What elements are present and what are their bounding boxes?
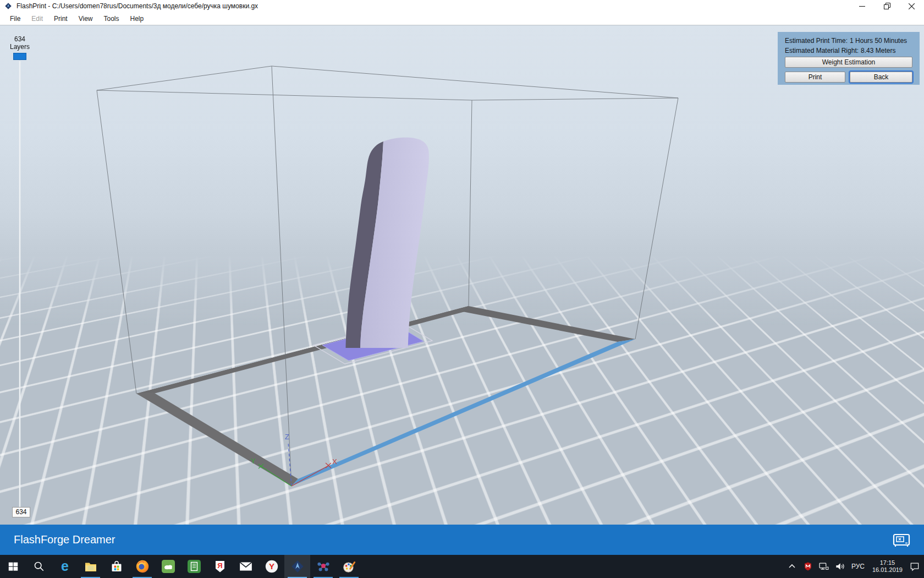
tray-chevron-up-icon[interactable] <box>786 560 798 572</box>
z-axis-label: Z <box>285 433 289 441</box>
taskbar-firefox-icon[interactable] <box>129 555 155 578</box>
menu-bar: File Edit Print View Tools Help <box>0 12 924 25</box>
weight-estimation-button[interactable]: Weight Estimation <box>785 57 912 68</box>
restore-button[interactable] <box>875 0 899 12</box>
taskbar-file-explorer-icon[interactable] <box>78 555 103 578</box>
print-time-label: Estimated Print Time: <box>785 37 848 45</box>
material-label: Estimated Material Right: <box>785 47 859 54</box>
yandex-icon: Я <box>213 560 227 573</box>
y-axis-label: Y <box>251 457 256 465</box>
window-title: FlashPrint - C:/Users/domen78rus/Documen… <box>16 2 258 10</box>
flashprint-window: FlashPrint - C:/Users/domen78rus/Documen… <box>0 0 924 578</box>
taskbar-search-button[interactable] <box>26 555 52 578</box>
menu-edit: Edit <box>26 13 48 25</box>
tray-time: 17:15 <box>872 559 903 566</box>
mail-icon <box>239 559 253 574</box>
close-button[interactable] <box>899 0 924 12</box>
tray-antivirus-icon[interactable] <box>802 560 814 572</box>
tray-date: 16.01.2019 <box>872 566 903 574</box>
store-icon <box>110 560 123 573</box>
print-info-panel: Estimated Print Time:1 Hours 50 Minutes … <box>778 32 920 85</box>
print-time-value: 1 Hours 50 Minutes <box>850 37 907 45</box>
taskbar-cloud-app-icon[interactable] <box>155 555 181 578</box>
material-value: 8.43 Meters <box>861 47 895 54</box>
menu-print[interactable]: Print <box>48 13 73 25</box>
x-axis-label: X <box>332 457 337 466</box>
layers-caption: 634 Layers <box>6 35 34 51</box>
layer-current-value: 634 <box>12 507 30 517</box>
windows-taskbar: e <box>0 555 924 578</box>
taskbar-yandex-icon[interactable]: Я <box>207 555 233 578</box>
model-handle[interactable] <box>346 138 429 348</box>
tray-volume-icon[interactable] <box>834 560 846 572</box>
folder-icon <box>84 560 97 573</box>
svg-text:Y: Y <box>268 561 274 571</box>
layer-slider-handle[interactable] <box>13 53 26 60</box>
svg-text:e: e <box>61 559 69 574</box>
tray-language-indicator[interactable]: РУС <box>850 563 866 570</box>
menu-help[interactable]: Help <box>125 13 150 25</box>
tray-action-center-icon[interactable] <box>909 560 921 572</box>
taskbar-book-app-icon[interactable] <box>181 555 207 578</box>
taskbar-store-icon[interactable] <box>103 555 129 578</box>
paint-app-icon <box>342 559 356 574</box>
scene-canvas: Z X Y <box>0 26 924 525</box>
taskbar-flashprint-icon[interactable] <box>284 555 310 578</box>
menu-tools[interactable]: Tools <box>98 13 125 25</box>
taskbar-mail-icon[interactable] <box>233 555 258 578</box>
firefox-icon <box>135 559 150 574</box>
system-tray: РУС 17:15 16.01.2019 <box>786 555 921 578</box>
back-button[interactable]: Back <box>850 72 912 83</box>
printer-icon <box>892 532 911 548</box>
title-bar: FlashPrint - C:/Users/domen78rus/Documen… <box>0 0 924 12</box>
printer-name: FlashForge Dreamer <box>14 533 116 546</box>
3d-viewport[interactable]: Z X Y 634 Layers 634 Estimated Print Tim… <box>0 26 924 525</box>
flashprint-icon <box>290 559 305 574</box>
layers-label: Layers <box>6 43 34 51</box>
flashprint-logo-icon <box>4 2 12 10</box>
printer-status-bar: FlashForge Dreamer <box>0 525 924 555</box>
restore-icon <box>884 3 890 9</box>
start-button[interactable] <box>0 555 26 578</box>
taskbar-molecule-app-icon[interactable] <box>310 555 336 578</box>
windows-start-icon <box>7 560 19 572</box>
plate-front-edge-blue <box>292 339 635 486</box>
taskbar-edge-icon[interactable]: e <box>52 555 78 578</box>
taskbar-paint-app-icon[interactable] <box>336 555 362 578</box>
svg-text:Я: Я <box>217 561 222 570</box>
edge-icon: e <box>58 559 72 574</box>
x-axis <box>292 466 328 486</box>
menu-file[interactable]: File <box>4 13 26 25</box>
search-icon <box>33 560 45 572</box>
minimize-button[interactable] <box>850 0 875 12</box>
tray-clock[interactable]: 17:15 16.01.2019 <box>870 559 905 574</box>
cloud-app-icon <box>162 560 175 573</box>
book-app-icon <box>188 560 201 573</box>
menu-view[interactable]: View <box>73 13 98 25</box>
taskbar-yandex-browser-icon[interactable]: Y <box>258 555 284 578</box>
layers-count: 634 <box>6 35 34 43</box>
yandex-browser-icon: Y <box>265 559 279 574</box>
print-button[interactable]: Print <box>785 72 845 83</box>
tray-network-icon[interactable] <box>818 560 830 572</box>
close-icon <box>909 3 915 9</box>
molecule-app-icon <box>316 559 331 574</box>
minimize-icon <box>859 3 865 9</box>
